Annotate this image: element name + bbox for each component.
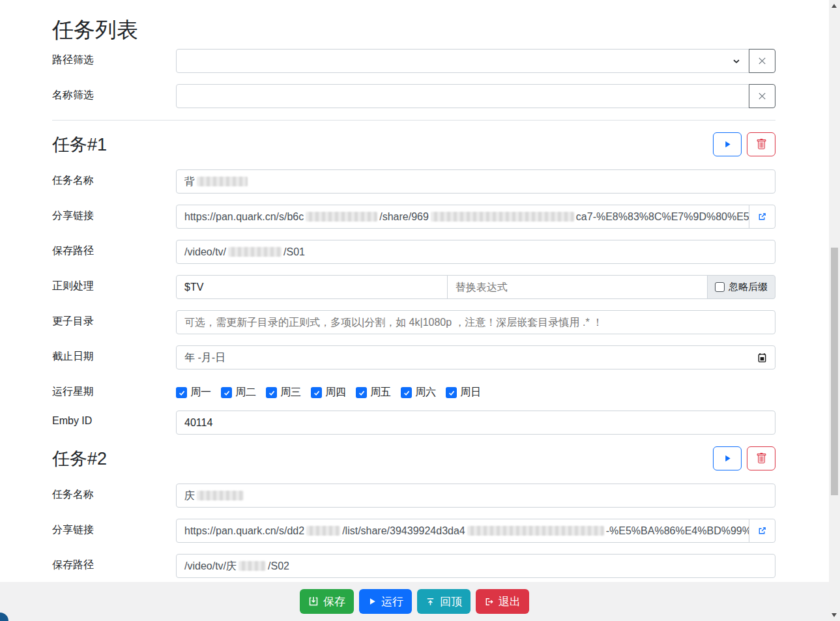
task1-emby-row: Emby ID xyxy=(52,411,775,435)
save-button[interactable]: 保存 xyxy=(300,589,354,614)
task1-share-row: 分享链接 https://pan.quark.cn/s/b6c/share/96… xyxy=(52,205,775,229)
name-filter-row: 名称筛选 xyxy=(52,84,775,108)
path-filter-label: 路径筛选 xyxy=(52,49,176,67)
ignore-suffix-label: 忽略后缀 xyxy=(729,281,768,293)
task1-deadline-input[interactable]: 年 -月-日 xyxy=(176,345,775,369)
name-filter-clear-button[interactable] xyxy=(749,84,775,108)
weekday-thu[interactable]: 周四 xyxy=(311,386,346,399)
task1-header: 任务#1 xyxy=(52,132,775,156)
play-icon xyxy=(723,454,732,463)
weekday-label: 周一 xyxy=(190,386,211,399)
redacted-text xyxy=(467,526,604,536)
task2-name-text: 庆 xyxy=(184,490,195,501)
exit-button[interactable]: 退出 xyxy=(476,589,529,614)
task1-regex-row: 正则处理 忽略后缀 xyxy=(52,275,775,299)
field-label: Emby ID xyxy=(52,411,176,427)
weekday-label: 周四 xyxy=(325,386,346,399)
task1-name-row: 任务名称 背 xyxy=(52,169,775,194)
weekday-label: 周三 xyxy=(280,386,301,399)
task1-run-button[interactable] xyxy=(713,132,742,156)
field-label: 更子目录 xyxy=(52,310,176,328)
redacted-text xyxy=(306,526,340,536)
redacted-text xyxy=(228,247,282,257)
redacted-text xyxy=(197,491,244,500)
footer-bar: 保存 运行 回顶 退出 xyxy=(0,582,829,621)
task2-delete-button[interactable] xyxy=(747,446,775,470)
task1-save-path-input[interactable]: /video/tv//S01 xyxy=(176,240,775,264)
main-content: 任务列表 路径筛选 名称筛选 xyxy=(52,0,775,589)
task1-name-text: 背 xyxy=(184,176,195,187)
arrow-bar-up-icon xyxy=(426,597,435,607)
field-label: 任务名称 xyxy=(52,484,176,502)
scroll-up-arrow[interactable] xyxy=(832,4,837,8)
task1-open-share-link-button[interactable] xyxy=(749,205,775,229)
weekday-sun[interactable]: 周日 xyxy=(446,386,481,399)
field-label: 保存路径 xyxy=(52,554,176,572)
weekday-label: 周六 xyxy=(415,386,436,399)
calendar-icon[interactable] xyxy=(757,353,767,363)
checked-checkbox-icon xyxy=(446,387,457,398)
checked-checkbox-icon xyxy=(266,387,277,398)
trash-icon xyxy=(756,453,767,464)
task1-subdir-row: 更子目录 xyxy=(52,310,775,334)
weekday-sat[interactable]: 周六 xyxy=(401,386,436,399)
task1-subdir-input[interactable] xyxy=(176,310,775,334)
weekday-wed[interactable]: 周三 xyxy=(266,386,301,399)
page-title: 任务列表 xyxy=(52,16,775,45)
weekday-label: 周五 xyxy=(370,386,391,399)
task2-name-input[interactable]: 庆 xyxy=(176,484,775,508)
scroll-down-arrow[interactable] xyxy=(832,613,837,617)
weekday-label: 周日 xyxy=(460,386,481,399)
task1-share-input[interactable]: https://pan.quark.cn/s/b6c/share/969ca7-… xyxy=(176,205,749,229)
task1-name-input[interactable]: 背 xyxy=(176,169,775,194)
back-to-top-button[interactable]: 回顶 xyxy=(417,589,471,614)
redacted-text xyxy=(239,561,266,571)
path-filter-clear-button[interactable] xyxy=(749,49,775,73)
task1-heading: 任务#1 xyxy=(52,133,107,156)
weekday-label: 周二 xyxy=(235,386,256,399)
task2-save-path-input[interactable]: /video/tv/庆/S02 xyxy=(176,554,775,578)
task2-share-input[interactable]: https://pan.quark.cn/s/dd2/list/share/39… xyxy=(176,519,749,543)
weekday-fri[interactable]: 周五 xyxy=(356,386,391,399)
task1-ignore-suffix-checkbox[interactable] xyxy=(715,282,725,292)
field-label: 任务名称 xyxy=(52,169,176,188)
path-filter-select[interactable] xyxy=(176,49,749,73)
save-button-label: 保存 xyxy=(323,594,345,609)
checked-checkbox-icon xyxy=(221,387,232,398)
field-label: 分享链接 xyxy=(52,205,176,223)
trash-icon xyxy=(756,139,767,150)
task2-heading: 任务#2 xyxy=(52,447,107,470)
field-label: 运行星期 xyxy=(52,381,176,399)
save-icon xyxy=(308,596,319,607)
scrollbar-thumb[interactable] xyxy=(831,248,838,495)
path-filter-row: 路径筛选 xyxy=(52,49,775,73)
task2-run-button[interactable] xyxy=(713,446,742,470)
task1-weekdays-row: 运行星期 周一 周二 周三 周四 xyxy=(52,381,775,399)
scrollbar[interactable] xyxy=(829,0,840,621)
close-icon xyxy=(757,91,767,101)
box-arrow-right-icon xyxy=(484,597,494,607)
checked-checkbox-icon xyxy=(311,387,322,398)
task2-open-share-link-button[interactable] xyxy=(749,519,775,543)
run-button-label: 运行 xyxy=(381,594,403,609)
task1-emby-id-input[interactable] xyxy=(176,411,775,435)
task1-delete-button[interactable] xyxy=(747,132,775,156)
checked-checkbox-icon xyxy=(401,387,412,398)
checked-checkbox-icon xyxy=(176,387,187,398)
weekday-tue[interactable]: 周二 xyxy=(221,386,256,399)
redacted-text xyxy=(197,177,248,186)
exit-button-label: 退出 xyxy=(499,594,521,609)
task1-replace-input[interactable] xyxy=(447,275,708,299)
task1-ignore-suffix-addon: 忽略后缀 xyxy=(707,275,775,299)
play-icon xyxy=(368,597,377,606)
chevron-down-icon xyxy=(732,57,741,66)
run-button[interactable]: 运行 xyxy=(359,589,412,614)
checked-checkbox-icon xyxy=(356,387,367,398)
task1-deadline-row: 截止日期 年 -月-日 xyxy=(52,345,775,369)
task1-regex-input[interactable] xyxy=(176,275,448,299)
name-filter-input[interactable] xyxy=(176,84,749,108)
field-label: 截止日期 xyxy=(52,345,176,364)
name-filter-label: 名称筛选 xyxy=(52,84,176,102)
weekday-mon[interactable]: 周一 xyxy=(176,386,211,399)
play-icon xyxy=(723,139,732,149)
